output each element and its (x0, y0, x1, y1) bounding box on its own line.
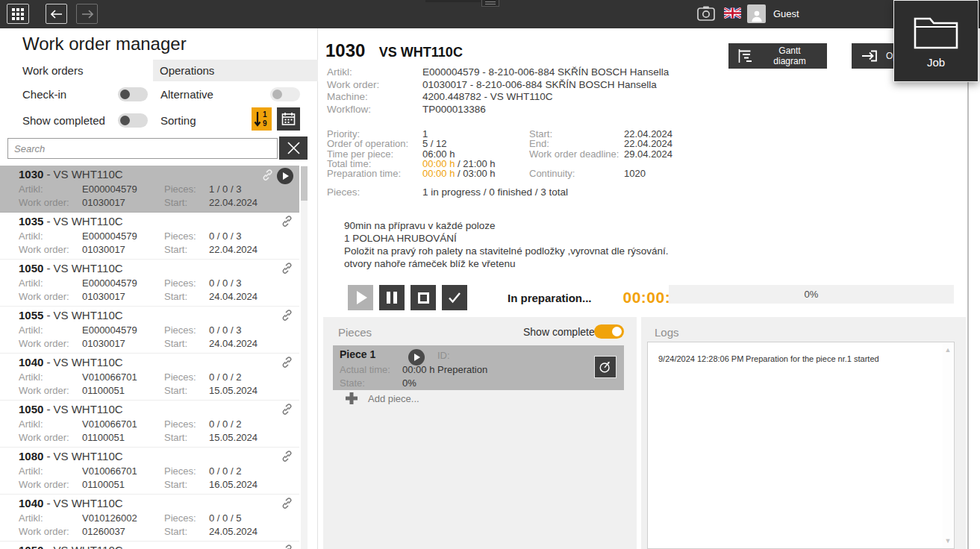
log-entry: 9/24/2024 12:28:06 PM Preparation for th… (658, 354, 954, 363)
play-circle-icon[interactable] (277, 168, 293, 184)
calendar-button[interactable] (277, 107, 300, 131)
work-order-item-pieces: 1 / 0 / 3 (209, 183, 241, 195)
back-button[interactable] (46, 4, 67, 24)
checkin-toggle[interactable] (118, 87, 148, 101)
piece-play-icon[interactable] (408, 349, 425, 366)
open-external-icon (861, 48, 878, 64)
deadline-value: 29.04.2024 (624, 148, 672, 160)
detail-title: 1030 VS WHT110C (325, 40, 463, 61)
tab-operations[interactable]: Operations (153, 60, 318, 81)
forward-arrow-icon (81, 10, 93, 19)
top-bar: Guest (0, 0, 980, 28)
pieces-summary: Pieces:1 in progress / 0 finished / 3 to… (327, 186, 568, 198)
tab-work-orders[interactable]: Work orders (0, 60, 153, 81)
work-order-item-artikl: V010066701 (82, 465, 137, 477)
work-order-item-pieces: 0 / 0 / 5 (209, 512, 241, 524)
filter-row-1: Check-in Alternative (0, 85, 318, 107)
work-order-item-artikl: V010066701 (82, 371, 137, 383)
work-order-list-item[interactable]: 1030- VS WHT110C Artikl: E0 (0, 166, 299, 213)
window-drag-handle[interactable] (481, 0, 499, 7)
search-input[interactable] (7, 138, 278, 159)
work-order-item-artikl: E000004579 (82, 230, 137, 242)
link-icon (281, 215, 293, 230)
gauge-icon (599, 360, 612, 374)
link-icon (281, 356, 293, 371)
piece-gauge-button[interactable] (594, 356, 617, 378)
topbar-strip (425, 0, 481, 2)
check-icon (448, 292, 461, 304)
log-entries: 9/24/2024 12:28:06 PM Preparation for th… (648, 354, 954, 363)
piece-id-label: ID: (437, 350, 450, 361)
work-order-item-artikl: V010066701 (82, 418, 137, 430)
machine-name: VS WHT110C (379, 45, 463, 60)
scroll-down-icon[interactable]: ▼ (943, 536, 953, 546)
work-order-list-item[interactable]: 1035- VS WHT110C Artikl: E0 (0, 213, 299, 260)
logs-box: 9/24/2024 12:28:06 PM Preparation for th… (647, 342, 955, 549)
alternative-toggle[interactable] (270, 87, 300, 101)
pause-button[interactable] (379, 285, 405, 310)
work-order-item-start: 24.04.2024 (209, 338, 258, 349)
pieces-show-completed-toggle[interactable] (594, 324, 624, 339)
work-order-list-item[interactable]: 1050- VS WHT110C Artikl: V0 (0, 401, 299, 448)
detail-fields-left: Priority:1 Order of operation:5 / 12 Tim… (327, 129, 496, 178)
play-button[interactable] (348, 285, 373, 310)
operation-notes: 90min na přípravu v každé poloze 1 POLOH… (344, 219, 668, 270)
piece-phase: Preperation (437, 364, 487, 375)
progress-percent: 0% (805, 289, 819, 300)
piece-name: Piece 1 (340, 348, 375, 360)
add-piece-button[interactable]: Add piece... (344, 391, 419, 406)
apps-grid-icon (11, 7, 25, 21)
camera-button[interactable] (696, 4, 716, 25)
work-order-list-item[interactable]: 1080- VS WHT110C Artikl: V0 (0, 448, 299, 495)
main-scrollbar[interactable] (967, 28, 969, 549)
work-order-value: 01030017 - 8-210-006-884 SKŘÍN BOSCH Han… (422, 79, 657, 90)
piece-card[interactable]: Piece 1 ID: Actual time: 00:00 h Prepera… (333, 345, 624, 390)
uk-flag-icon (724, 7, 741, 19)
pieces-summary-value: 1 in progress / 0 finished / 3 total (422, 186, 568, 198)
work-order-item-start: 24.05.2024 (209, 526, 258, 537)
detail-fields-top: Artikl:E000004579 - 8-210-006-884 SKŘÍN … (327, 66, 669, 116)
work-order-list-item[interactable]: 1050- VS WHT110C Artikl: (0, 542, 299, 549)
work-order-item-number: 01030017 (82, 197, 125, 208)
close-icon (287, 142, 300, 154)
stop-button[interactable] (411, 285, 436, 310)
work-order-list-item[interactable]: 1040- VS WHT110C Artikl: V0 (0, 354, 299, 401)
sidebar-scrollbar-thumb[interactable] (301, 166, 308, 201)
finish-check-button[interactable] (442, 285, 467, 310)
workflow-value: TP000013386 (422, 104, 486, 115)
work-order-item-artikl: E000004579 (82, 324, 137, 336)
work-order-item-title: 1030- VS WHT110C (19, 168, 123, 181)
piece-actual-time: 00:00 h (402, 364, 434, 375)
language-flag-button[interactable] (724, 7, 741, 21)
work-order-item-start: 22.04.2024 (209, 197, 258, 208)
work-order-item-pieces: 0 / 0 / 2 (209, 371, 241, 383)
avatar (747, 4, 766, 23)
gantt-diagram-button[interactable]: Gantt diagram (728, 43, 827, 69)
show-completed-toggle[interactable] (118, 113, 148, 128)
sort-order-button[interactable]: 1 9 (252, 107, 272, 131)
note-line: 1 POLOHA HRUBOVÁNÍ (344, 232, 668, 245)
link-icon (261, 169, 274, 184)
work-order-list-item[interactable]: 1050- VS WHT110C Artikl: E0 (0, 260, 299, 307)
work-order-item-title: 1040- VS WHT110C (19, 497, 123, 509)
user-menu[interactable]: Guest (747, 4, 799, 23)
work-order-item-pieces: 0 / 0 / 2 (209, 418, 241, 430)
apps-grid-button[interactable] (7, 4, 29, 24)
work-order-item-title: 1035- VS WHT110C (19, 215, 123, 228)
pieces-show-completed-label: Show completed (523, 326, 601, 338)
work-order-list-item[interactable]: 1040- VS WHT110C Artikl: V0 (0, 495, 299, 542)
show-completed-label: Show completed (22, 114, 105, 127)
scroll-up-icon[interactable]: ▲ (943, 345, 953, 355)
work-order-item-title: 1040- VS WHT110C (19, 356, 123, 368)
job-flyout-tile[interactable]: Job (893, 0, 979, 82)
work-order-list-item[interactable]: 1055- VS WHT110C Artikl: E0 (0, 307, 299, 354)
log-timestamp: 9/24/2024 12:28:06 PM (658, 354, 733, 363)
logs-title: Logs (655, 326, 679, 339)
forward-button[interactable] (76, 4, 98, 24)
clear-search-button[interactable] (279, 137, 308, 160)
back-arrow-icon (51, 10, 63, 19)
logs-scrollbar[interactable]: ▲ ▼ (943, 343, 953, 548)
sidebar-scrollbar[interactable] (301, 166, 308, 549)
work-order-item-start: 16.05.2024 (209, 479, 258, 490)
sidebar-tabs: Work orders Operations (0, 60, 318, 81)
